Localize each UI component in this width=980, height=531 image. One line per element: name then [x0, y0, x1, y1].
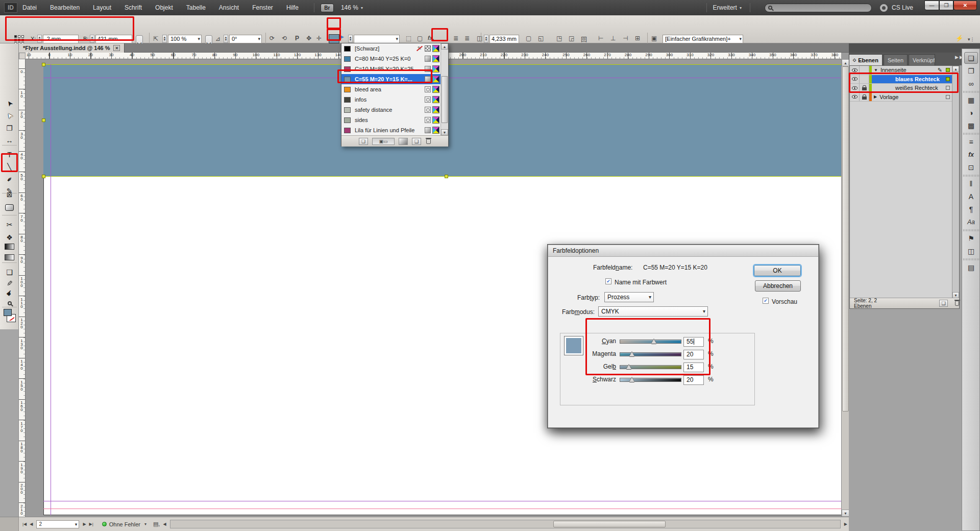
- layer-proxy-square[interactable]: [946, 86, 950, 90]
- tool-gap-tool[interactable]: ↔: [3, 135, 16, 146]
- rotation-spinner[interactable]: ▲▼: [224, 35, 228, 43]
- rotate-cw-icon[interactable]: ⟳: [270, 35, 275, 42]
- preflight-panel-icon[interactable]: ▤,: [153, 521, 160, 527]
- slider-value-gelb[interactable]: 15: [683, 363, 704, 372]
- lock-icon[interactable]: [862, 87, 867, 90]
- workspace-switcher[interactable]: Erweitert ▾: [713, 4, 742, 11]
- table-panel-icon[interactable]: ▤: [964, 261, 978, 273]
- stroke-panel-icon[interactable]: ≡: [964, 136, 978, 148]
- name-with-value-checkbox[interactable]: ✔: [605, 278, 611, 284]
- object-style-dropdown[interactable]: [Einfacher Grafikrahmen]+: [663, 35, 743, 43]
- fill-flyout-arrow-icon[interactable]: ▶: [340, 34, 344, 39]
- scroll-up-icon[interactable]: ▲: [952, 66, 959, 72]
- object-styles-panel-icon[interactable]: ⊡: [964, 161, 978, 173]
- scroll-right-icon[interactable]: ▶: [844, 522, 847, 526]
- cancel-button[interactable]: Abbrechen: [755, 280, 801, 292]
- rotation-angle-dropdown[interactable]: 0°: [229, 35, 262, 43]
- search-input[interactable]: [765, 4, 872, 12]
- panel-menu-icon[interactable]: ▾⋮: [968, 37, 975, 42]
- frame-grid-icon[interactable]: ◫: [477, 35, 482, 42]
- horizontal-scrollbar[interactable]: [170, 520, 841, 528]
- swatch-row[interactable]: infos: [341, 94, 441, 105]
- tool-hand-tool[interactable]: ☛: [3, 287, 16, 298]
- scroll-down-icon[interactable]: ▼: [842, 510, 849, 517]
- menu-objekt[interactable]: Objekt: [155, 4, 173, 11]
- menu-tabelle[interactable]: Tabelle: [186, 4, 206, 11]
- layer-row-weißes-rechteck[interactable]: weißes Rechteck: [850, 84, 952, 93]
- zoom-level-dropdown[interactable]: 146 % ▾: [341, 4, 363, 11]
- expand-triangle-icon[interactable]: ▶: [874, 94, 877, 99]
- vertical-scrollbar[interactable]: ▲ ▼: [841, 59, 849, 517]
- tool-direct-selection-tool[interactable]: ➤: [3, 110, 16, 121]
- menu-hilfe[interactable]: Hilfe: [286, 4, 299, 11]
- tool-pen-tool[interactable]: ✒: [3, 174, 16, 184]
- swatch-scroll-thumb[interactable]: [442, 76, 448, 123]
- eye-icon[interactable]: [852, 77, 857, 81]
- tool-eyedropper-tool[interactable]: ✐: [3, 277, 16, 288]
- tab-ebenen[interactable]: ◇Ebenen: [849, 54, 883, 65]
- vertical-ruler[interactable]: 0102030405060708090100110120130140150160…: [19, 59, 26, 517]
- quick-apply-icon[interactable]: ⚡: [955, 35, 963, 42]
- justify-left-icon[interactable]: ≣: [453, 35, 458, 42]
- object-style-icon[interactable]: ▣: [651, 35, 657, 42]
- slider-track-magenta[interactable]: [620, 352, 681, 356]
- effects-icon[interactable]: fx.: [428, 35, 434, 41]
- swatch-row[interactable]: [Schwarz]✎: [341, 43, 441, 54]
- toolbar-fill-swatch[interactable]: [4, 309, 12, 316]
- width-field[interactable]: 421 mm: [95, 35, 132, 43]
- swatch-scrollbar[interactable]: ▲ ▼: [440, 43, 448, 135]
- tab-close-icon[interactable]: ✕: [113, 45, 120, 51]
- wrap-none-icon[interactable]: ▢: [526, 35, 531, 42]
- tool-frame-tool[interactable]: ⊠: [3, 189, 16, 200]
- paragraph-panel-icon[interactable]: ¶: [964, 203, 978, 215]
- align-center-icon[interactable]: ⊥: [610, 35, 616, 42]
- bridge-button[interactable]: Br: [321, 4, 334, 12]
- x-spinner[interactable]: ▲▼: [37, 35, 42, 43]
- selection-handle[interactable]: [42, 118, 45, 122]
- slider-track-cyan[interactable]: [620, 340, 681, 344]
- previous-page-button[interactable]: ◀: [30, 522, 33, 526]
- tool-rectangle-tool[interactable]: [3, 202, 16, 213]
- close-button[interactable]: ✕: [953, 1, 977, 10]
- tab-verknüpfu[interactable]: Verknüpfu: [909, 54, 935, 65]
- swatch-row[interactable]: sides: [341, 115, 441, 125]
- tool-scissors-tool[interactable]: ✂: [3, 219, 16, 230]
- swatch-row[interactable]: C=55 M=20 Y=15 K=...: [341, 74, 441, 84]
- show-color-swatches-button[interactable]: ▣▭: [372, 138, 395, 145]
- first-page-button[interactable]: |◀: [22, 522, 27, 526]
- dialog-title-bar[interactable]: Farbfeldoptionen: [548, 245, 818, 257]
- offset-spinner[interactable]: ▲▼: [484, 35, 488, 43]
- expand-triangle-icon[interactable]: ▼: [874, 68, 878, 73]
- eye-icon[interactable]: [852, 68, 857, 72]
- tool-type-tool[interactable]: T: [3, 149, 16, 160]
- layers-panel-icon[interactable]: ❏: [964, 52, 978, 64]
- eye-icon[interactable]: [852, 86, 857, 90]
- swatch-dropdown[interactable]: [354, 35, 400, 43]
- color-mode-dropdown[interactable]: CMYK: [598, 306, 708, 317]
- align-left-edges-icon[interactable]: ⊢: [598, 35, 603, 42]
- cs-live[interactable]: CS Live: [880, 4, 913, 12]
- tool-gradient-feather-tool[interactable]: [5, 254, 14, 260]
- color-panel-icon[interactable]: ◑: [964, 107, 978, 118]
- flag-panel-icon[interactable]: ⚑: [964, 232, 978, 244]
- corner-options-icon[interactable]: ▢: [417, 35, 423, 42]
- swatch-row[interactable]: C=80 M=40 Y=25 K=0: [341, 54, 441, 64]
- slider-thumb-cyan[interactable]: [651, 339, 656, 344]
- eye-icon[interactable]: [852, 95, 857, 99]
- preflight-menu-icon[interactable]: ▾: [144, 522, 146, 526]
- new-layer-button[interactable]: ❑: [939, 300, 948, 307]
- slider-thumb-gelb[interactable]: [626, 365, 631, 369]
- slider-value-schwarz[interactable]: 20: [683, 375, 704, 385]
- character-styles-panel-icon[interactable]: A: [964, 190, 978, 202]
- pages-panel-icon[interactable]: ❐: [964, 65, 978, 77]
- tool-gradient-tool[interactable]: [5, 244, 14, 250]
- ok-button[interactable]: OK: [754, 265, 801, 276]
- tool-page-tool[interactable]: ❐: [3, 123, 16, 133]
- tab-seiten[interactable]: Seiten: [884, 54, 908, 65]
- tool-selection-tool[interactable]: ➤: [3, 98, 16, 109]
- document-tab[interactable]: *Flyer Ausstellung.indd @ 146 % ✕: [19, 43, 125, 53]
- last-page-button[interactable]: ▶|: [89, 522, 93, 526]
- wrap-bounding-icon[interactable]: ◱: [538, 35, 544, 42]
- fill-color-swatch[interactable]: [329, 34, 339, 43]
- selection-handle[interactable]: [445, 175, 448, 178]
